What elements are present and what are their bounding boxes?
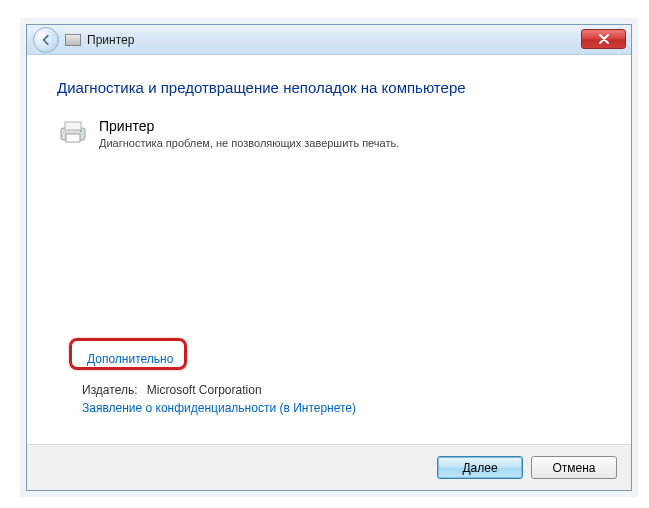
troubleshooter-window: Принтер Диагностика и предотвращение неп… (26, 24, 632, 491)
advanced-link-wrap: Дополнительно (77, 348, 183, 370)
back-button[interactable] (33, 27, 59, 53)
item-description: Диагностика проблем, не позволяющих заве… (99, 137, 399, 149)
page-heading: Диагностика и предотвращение неполадок н… (57, 79, 601, 96)
next-button[interactable]: Далее (437, 456, 523, 479)
svg-point-3 (80, 130, 82, 132)
printer-small-icon (65, 34, 81, 46)
troubleshooter-item: Принтер Диагностика проблем, не позволяю… (57, 118, 601, 149)
cancel-button[interactable]: Отмена (531, 456, 617, 479)
publisher-row: Издатель: Microsoft Corporation (82, 383, 262, 397)
advanced-link[interactable]: Дополнительно (87, 352, 173, 366)
close-button[interactable] (581, 29, 626, 49)
privacy-link[interactable]: Заявление о конфиденциальности (в Интерн… (82, 401, 356, 415)
publisher-value: Microsoft Corporation (147, 383, 262, 397)
close-icon (598, 34, 610, 44)
titlebar: Принтер (27, 25, 631, 55)
printer-icon (57, 120, 89, 144)
svg-rect-2 (66, 134, 80, 142)
window-title: Принтер (87, 33, 134, 47)
publisher-label: Издатель: (82, 383, 138, 397)
arrow-left-icon (39, 33, 53, 47)
svg-rect-1 (65, 122, 81, 130)
item-title: Принтер (99, 118, 399, 135)
footer: Далее Отмена (27, 444, 631, 490)
